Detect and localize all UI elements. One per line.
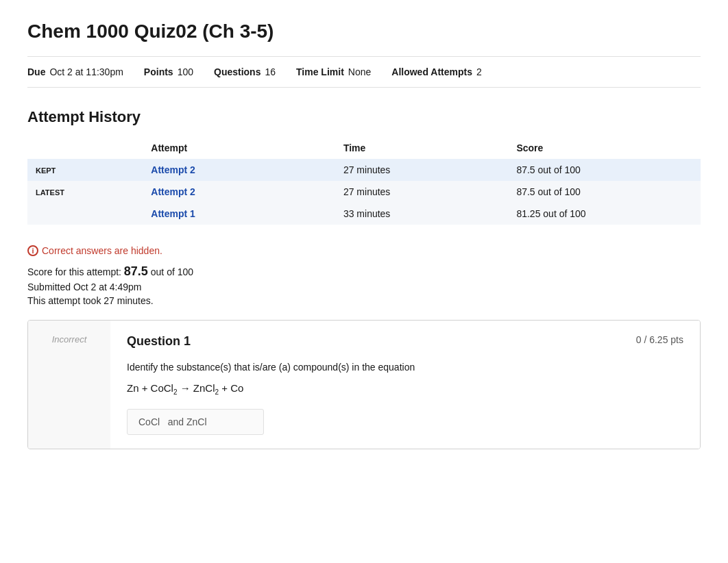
- meta-allowed-attempts: Allowed Attempts 2: [391, 66, 482, 77]
- table-row: KEPT Attempt 2 27 minutes 87.5 out of 10…: [27, 159, 701, 181]
- info-icon: i: [27, 245, 38, 256]
- attempt-1-link[interactable]: Attempt 1: [151, 208, 195, 219]
- attempt-kept-time: 27 minutes: [335, 159, 509, 181]
- attempt-2-link-latest[interactable]: Attempt 2: [151, 186, 195, 197]
- score-suffix: out of 100: [151, 266, 193, 277]
- due-label: Due: [27, 66, 45, 77]
- score-value: 87.5: [124, 264, 148, 278]
- attempt1-time: 33 minutes: [335, 203, 509, 225]
- attempt-latest-score: 87.5 out of 100: [508, 181, 701, 203]
- col-header-score: Score: [508, 137, 701, 159]
- question-1-prompt: Identify the substance(s) that is/are (a…: [127, 360, 683, 398]
- meta-due: Due Oct 2 at 11:30pm: [27, 66, 123, 77]
- attempt-history-table: Attempt Time Score KEPT Attempt 2 27 min…: [27, 137, 701, 225]
- duration-line: This attempt took 27 minutes.: [27, 295, 701, 306]
- score-line: Score for this attempt: 87.5 out of 100: [27, 264, 701, 279]
- page-title: Chem 1000 Quiz02 (Ch 3-5): [27, 21, 701, 42]
- attempt-history-title: Attempt History: [27, 108, 701, 126]
- due-value: Oct 2 at 11:30pm: [49, 66, 123, 77]
- attempt-info-box: i Correct answers are hidden. Score for …: [27, 245, 701, 306]
- points-label: Points: [144, 66, 173, 77]
- table-row: Attempt 1 33 minutes 81.25 out of 100: [27, 203, 701, 225]
- question-1-equation: Zn + CoCl2 → ZnCl2 + Co: [127, 380, 683, 398]
- time-limit-label: Time Limit: [296, 66, 344, 77]
- time-limit-value: None: [348, 66, 371, 77]
- latest-badge: LATEST: [36, 188, 64, 197]
- allowed-attempts-label: Allowed Attempts: [391, 66, 472, 77]
- col-header-time: Time: [335, 137, 509, 159]
- points-value: 100: [178, 66, 193, 77]
- attempt-latest-time: 27 minutes: [335, 181, 509, 203]
- meta-points: Points 100: [144, 66, 193, 77]
- question-1-sidebar: Incorrect: [28, 321, 110, 449]
- meta-questions: Questions 16: [214, 66, 276, 77]
- attempt-2-link-kept[interactable]: Attempt 2: [151, 164, 195, 175]
- allowed-attempts-value: 2: [476, 66, 482, 77]
- question-1-content: Question 1 0 / 6.25 pts Identify the sub…: [110, 321, 700, 449]
- attempt-kept-score: 87.5 out of 100: [508, 159, 701, 181]
- question-1-header: Question 1 0 / 6.25 pts: [127, 334, 683, 349]
- score-prefix: Score for this attempt:: [27, 266, 121, 277]
- question-1-block: Incorrect Question 1 0 / 6.25 pts Identi…: [27, 320, 701, 449]
- attempt1-score: 81.25 out of 100: [508, 203, 701, 225]
- quiz-meta-bar: Due Oct 2 at 11:30pm Points 100 Question…: [27, 56, 701, 88]
- correct-answers-hidden-text: Correct answers are hidden.: [42, 245, 162, 256]
- table-row: LATEST Attempt 2 27 minutes 87.5 out of …: [27, 181, 701, 203]
- questions-value: 16: [265, 66, 276, 77]
- question-1-points: 0 / 6.25 pts: [636, 334, 683, 345]
- submitted-line: Submitted Oct 2 at 4:49pm: [27, 282, 701, 292]
- incorrect-label: Incorrect: [52, 334, 87, 345]
- meta-time-limit: Time Limit None: [296, 66, 371, 77]
- col-header-attempt: Attempt: [143, 137, 335, 159]
- col-header-badge: [27, 137, 143, 159]
- question-1-answer: CoCl and ZnCl: [127, 409, 264, 435]
- kept-badge: KEPT: [36, 166, 56, 175]
- correct-answers-hidden-notice: i Correct answers are hidden.: [27, 245, 701, 256]
- question-1-title: Question 1: [127, 334, 191, 349]
- questions-label: Questions: [214, 66, 260, 77]
